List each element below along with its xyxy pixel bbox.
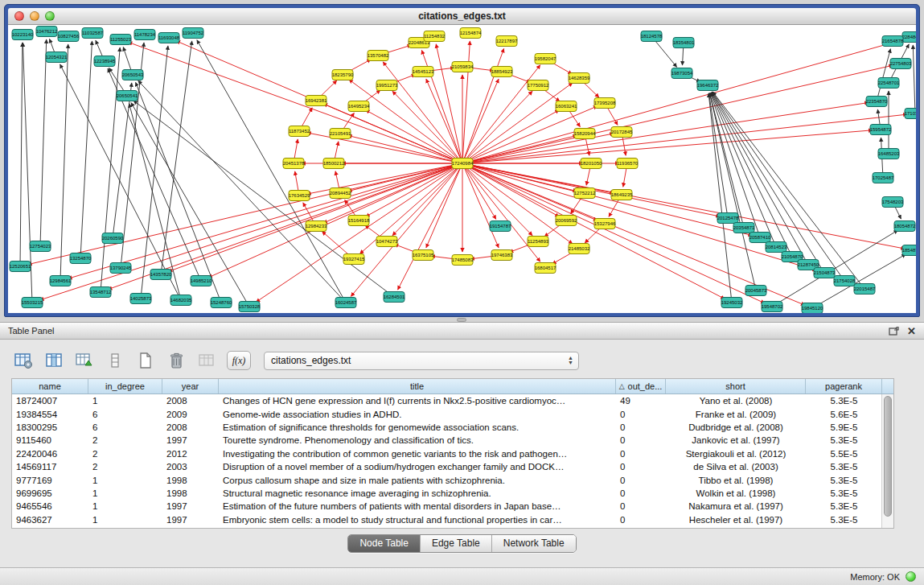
graph-node[interactable]: 22548701 (878, 78, 900, 89)
close-panel-icon[interactable]: ✕ (907, 325, 916, 337)
graph-node[interactable]: 10223140 (12, 30, 34, 40)
column-header-out_de[interactable]: △out_de... (616, 379, 666, 393)
table-selector-dropdown[interactable]: citations_edges.txt ▲▼ (264, 352, 579, 370)
graph-node[interactable]: 16495234 (348, 101, 370, 112)
graph-node[interactable]: 12217897 (496, 36, 518, 47)
table-row[interactable]: 1938455462009Genome-wide association stu… (12, 407, 893, 420)
column-header-title[interactable]: title (219, 379, 616, 393)
graph-node[interactable]: 18649235 (611, 190, 633, 200)
graph-node[interactable]: 17240984 (452, 159, 474, 169)
minimize-window-button[interactable] (30, 11, 39, 21)
graph-node[interactable]: 16024587 (335, 298, 357, 308)
graph-node[interactable]: 21059834 (452, 62, 474, 72)
merge-table-icon[interactable] (196, 351, 217, 370)
graph-node[interactable]: 17485083 (452, 255, 474, 266)
graph-node[interactable]: 18235790 (332, 70, 354, 80)
table-row[interactable]: 946554611997Estimation of the future num… (12, 500, 893, 513)
graph-node[interactable]: 18548720 (902, 245, 916, 256)
graph-node[interactable]: 22754803 (890, 59, 912, 69)
graph-node[interactable]: 17025487 (873, 173, 894, 183)
graph-node[interactable]: 20125478 (717, 213, 739, 224)
graph-node[interactable]: 19327415 (343, 254, 365, 265)
graph-node[interactable]: 18124578 (641, 31, 663, 42)
table-settings-icon[interactable] (13, 351, 34, 370)
graph-node[interactable]: 18054872 (894, 221, 916, 232)
graph-node[interactable]: 15327946 (594, 219, 616, 229)
row-tools-icon[interactable] (105, 351, 125, 370)
delete-table-icon[interactable] (166, 351, 187, 370)
table-row[interactable]: 977716911998Corpus callosum shape and si… (12, 473, 893, 486)
graph-node[interactable]: 10827456 (58, 31, 80, 42)
graph-node[interactable]: 11255023 (110, 35, 132, 45)
new-document-icon[interactable] (135, 351, 156, 370)
column-header-pagerank[interactable]: pagerank (806, 379, 882, 393)
graph-node[interactable]: 20172845 (611, 127, 633, 138)
graph-node[interactable]: 12520651 (10, 262, 31, 272)
tab-network-table[interactable]: Network Table (491, 535, 576, 552)
float-panel-icon[interactable] (889, 327, 899, 336)
graph-node[interactable]: 20045873 (745, 286, 767, 296)
graph-node[interactable]: 15248760 (211, 298, 232, 308)
graph-node[interactable]: 19154787 (490, 221, 511, 232)
graph-node[interactable]: 21485032 (569, 244, 590, 254)
column-header-in_degree[interactable]: in_degree (88, 379, 162, 393)
graph-node[interactable]: 19873054 (671, 68, 693, 79)
graph-node[interactable]: 14985210 (191, 276, 212, 286)
graph-node[interactable]: 19245032 (721, 298, 743, 308)
graph-node[interactable]: 18201050 (581, 159, 602, 169)
graph-node[interactable]: 22848484 (902, 32, 916, 43)
table-row[interactable]: 1830029562008Estimation of significance … (12, 421, 893, 434)
graph-node[interactable]: 14628359 (569, 73, 590, 84)
table-row[interactable]: 911546021997Tourette syndrome. Phenomeno… (12, 434, 893, 447)
graph-node[interactable]: 19548702 (762, 302, 783, 312)
graph-node[interactable]: 18500212 (323, 159, 345, 169)
table-vertical-scrollbar[interactable] (881, 394, 893, 528)
graph-node[interactable]: 10476212 (36, 27, 58, 37)
graph-node[interactable]: 20894452 (330, 188, 351, 199)
graph-node[interactable]: 17548203 (882, 197, 904, 208)
graph-node[interactable]: 11936570 (617, 159, 639, 169)
graph-node[interactable]: 13570482 (368, 51, 389, 61)
graph-node[interactable]: 15503215 (22, 298, 43, 308)
graph-node[interactable]: 10474273 (376, 237, 398, 247)
graph-node[interactable]: 11032587 (82, 28, 104, 39)
network-window-titlebar[interactable]: citations_edges.txt (8, 8, 916, 25)
graph-node[interactable]: 20587410 (749, 233, 771, 243)
graph-node[interactable]: 22015487 (854, 284, 876, 295)
graph-node[interactable]: 15954872 (870, 125, 892, 135)
graph-node[interactable]: 13548712 (90, 287, 112, 298)
table-row[interactable]: 1456911722003Disruption of a novel membe… (12, 460, 893, 473)
graph-node[interactable]: 18854923 (491, 67, 513, 77)
graph-node[interactable]: 12984561 (50, 276, 72, 286)
graph-node[interactable]: 17103548 (905, 109, 916, 119)
graph-node[interactable]: 16063241 (556, 101, 577, 112)
zoom-window-button[interactable] (45, 11, 55, 21)
graph-node[interactable]: 20354871 (733, 223, 755, 233)
select-columns-icon[interactable] (43, 351, 64, 370)
graph-node[interactable]: 20451378 (283, 159, 305, 169)
network-canvas[interactable]: 1724098418201050127522122006959211254893… (8, 25, 916, 313)
graph-node[interactable]: 12984233 (306, 221, 327, 232)
graph-node[interactable]: 21654878 (882, 36, 904, 47)
graph-node[interactable]: 21504873 (814, 268, 836, 278)
graph-node[interactable]: 20069592 (556, 216, 577, 226)
graph-node[interactable]: 18354801 (673, 38, 695, 48)
graph-node[interactable]: 15164918 (348, 216, 370, 226)
graph-node[interactable]: 12054321 (46, 52, 68, 63)
graph-node[interactable]: 14545123 (413, 67, 434, 77)
graph-node[interactable]: 15820944 (574, 129, 596, 139)
graph-node[interactable]: 11478234 (134, 30, 156, 40)
tab-node-table[interactable]: Node Table (348, 535, 420, 552)
graph-node[interactable]: 20650541 (117, 91, 138, 101)
graph-node[interactable]: 12752212 (574, 188, 596, 199)
table-row[interactable]: 2242004622012Investigating the contribut… (12, 447, 893, 460)
graph-node[interactable]: 14025873 (130, 294, 152, 304)
graph-node[interactable]: 12238945 (94, 56, 116, 67)
graph-node[interactable]: 21754028 (834, 276, 856, 286)
graph-node[interactable]: 12154874 (460, 28, 482, 39)
graph-node[interactable]: 11254832 (424, 31, 446, 42)
graph-node[interactable]: 19746383 (491, 250, 513, 261)
graph-node[interactable]: 17395208 (594, 98, 616, 109)
graph-node[interactable]: 22105491 (330, 129, 351, 139)
graph-node[interactable]: 14357820 (150, 270, 172, 280)
